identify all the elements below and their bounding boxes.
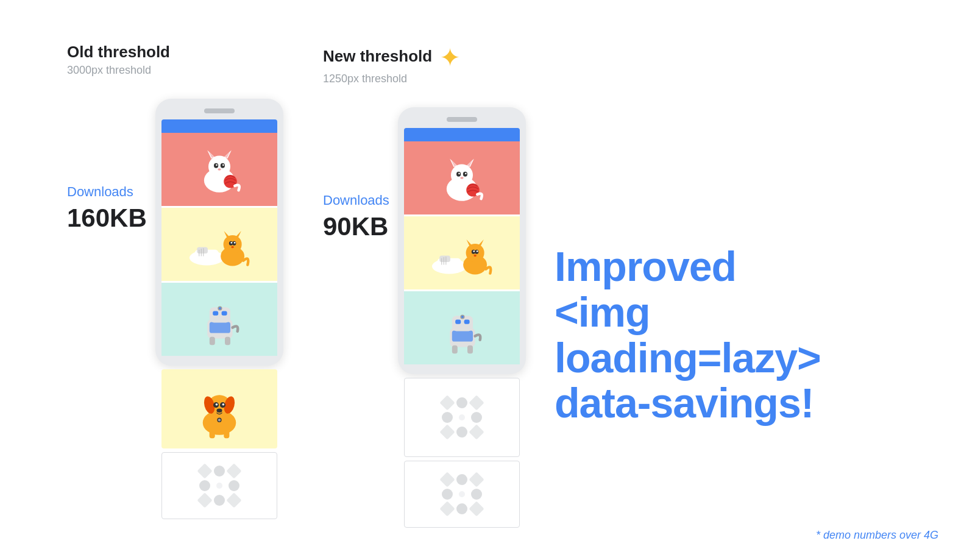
new-phone-body [398, 107, 526, 374]
phone-notch [204, 108, 235, 113]
new-phone-header-bar [404, 128, 520, 141]
old-downloads-value: 160KB [67, 204, 147, 233]
svg-point-58 [465, 172, 467, 174]
old-phone-images [161, 133, 277, 356]
svg-rect-47 [209, 430, 214, 438]
old-downloads-label: Downloads [67, 184, 147, 200]
svg-point-26 [232, 246, 234, 249]
new-robot-dog-svg [428, 300, 495, 355]
svg-marker-70 [478, 239, 484, 247]
loading-spinner-1-icon [430, 385, 494, 450]
svg-marker-69 [467, 239, 472, 247]
new-phone-img-cat [404, 141, 520, 214]
orange-cat-svg [184, 217, 254, 272]
new-phone [398, 107, 526, 528]
page: Old threshold 3000px threshold Downloads… [0, 0, 975, 560]
svg-rect-30 [213, 311, 218, 316]
new-downloads-label: Downloads [323, 193, 389, 208]
old-phone-body [155, 99, 283, 366]
svg-point-25 [234, 242, 236, 244]
new-phone-images [404, 141, 520, 364]
svg-rect-35 [225, 337, 230, 346]
svg-point-73 [473, 250, 475, 252]
new-threshold-title-row: New threshold ✦ [323, 43, 461, 73]
new-threshold-title: New threshold [323, 47, 432, 66]
svg-point-43 [222, 403, 224, 406]
svg-point-59 [460, 177, 463, 179]
hero-text: Improved <img loading=lazy> data-savings… [555, 43, 908, 517]
old-stats: Downloads 160KB [67, 99, 147, 233]
svg-point-57 [458, 172, 460, 174]
old-outside-img-loading [161, 452, 277, 519]
yellow-dog-svg [186, 378, 253, 439]
loading-spinner-icon [187, 453, 252, 518]
old-outside-img-dog [161, 369, 277, 448]
old-threshold-subtitle: 3000px threshold [67, 64, 170, 77]
old-phone-header-bar [161, 119, 277, 133]
old-phone-stats-group: Downloads 160KB [67, 99, 283, 519]
new-outside-img-loading-1 [404, 378, 520, 457]
svg-rect-14 [197, 247, 208, 253]
svg-point-50 [451, 165, 473, 186]
new-outside-img-loading-2 [404, 461, 520, 528]
old-phone-img-cat [161, 133, 277, 206]
sparkle-icon: ✦ [439, 43, 461, 73]
new-phone-notch [447, 117, 477, 122]
old-outside-images [155, 369, 283, 519]
svg-rect-63 [440, 255, 451, 262]
hero-title-improved: Improved [555, 244, 736, 289]
old-threshold-title: Old threshold [67, 43, 170, 62]
old-threshold-column: Old threshold 3000px threshold Downloads… [67, 43, 274, 517]
old-phone [155, 99, 283, 519]
svg-rect-77 [452, 331, 473, 342]
svg-point-24 [231, 242, 233, 244]
new-phone-img-orange-cat [404, 216, 520, 289]
new-downloads-value: 90KB [323, 212, 389, 241]
loading-spinner-2-icon [430, 462, 494, 526]
svg-point-8 [216, 164, 218, 166]
new-threshold-column: New threshold ✦ 1250px threshold Downloa… [323, 43, 530, 517]
new-threshold-header: New threshold ✦ 1250px threshold [323, 43, 461, 97]
new-stats: Downloads 90KB [323, 107, 389, 241]
new-phone-img-robot-dog [404, 291, 520, 364]
new-phone-stats-group: Downloads 90KB [323, 107, 526, 528]
svg-rect-34 [210, 337, 215, 346]
svg-point-9 [222, 164, 224, 166]
svg-point-10 [218, 168, 221, 171]
old-threshold-header: Old threshold 3000px threshold [67, 43, 170, 89]
svg-point-74 [477, 250, 478, 252]
svg-point-75 [474, 255, 477, 257]
svg-marker-20 [224, 231, 230, 238]
svg-marker-21 [236, 231, 241, 238]
svg-point-42 [215, 403, 218, 406]
cat-svg [186, 142, 253, 197]
svg-rect-84 [467, 346, 473, 354]
robot-dog-svg [186, 292, 253, 347]
svg-point-46 [218, 419, 221, 422]
main-layout: Old threshold 3000px threshold Downloads… [37, 24, 938, 536]
old-phone-img-robot-dog [161, 283, 277, 356]
svg-point-1 [208, 156, 230, 178]
svg-rect-28 [210, 322, 230, 333]
svg-rect-48 [224, 430, 229, 438]
svg-point-33 [219, 307, 221, 310]
old-phone-img-orange-cat [161, 208, 277, 281]
new-threshold-subtitle: 1250px threshold [323, 73, 461, 85]
hero-title-img-tag: <img loading=lazy> [555, 289, 908, 381]
demo-note: * demo numbers over 4G [816, 529, 938, 542]
new-orange-cat-svg [427, 225, 497, 280]
svg-point-44 [216, 409, 222, 413]
svg-rect-83 [452, 346, 458, 354]
new-cat-svg [428, 151, 495, 205]
new-outside-images [398, 378, 526, 528]
svg-rect-31 [221, 311, 227, 316]
svg-point-82 [461, 316, 464, 318]
hero-title-data-savings: data-savings! [555, 380, 814, 426]
svg-rect-80 [464, 320, 469, 324]
svg-rect-79 [455, 320, 461, 324]
